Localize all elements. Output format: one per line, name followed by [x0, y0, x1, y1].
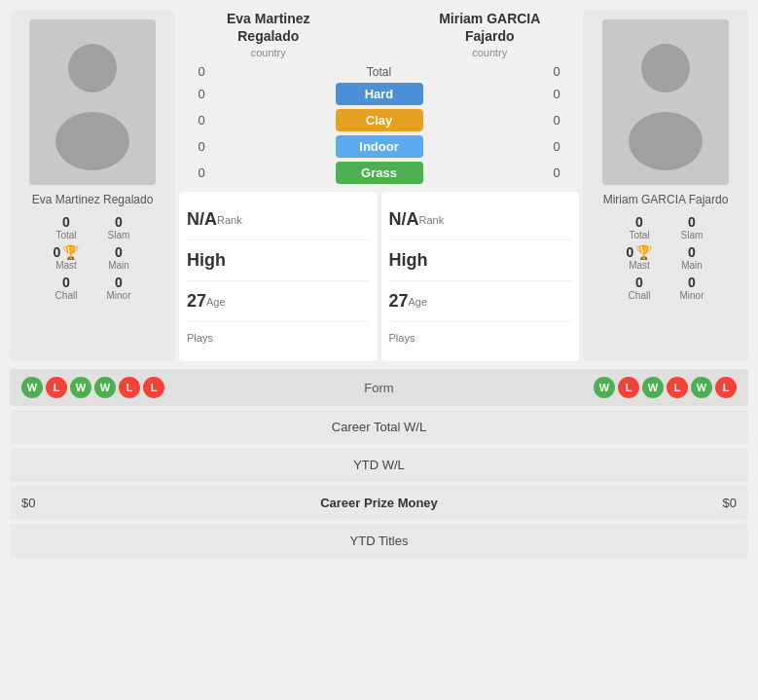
total-score-row: 0 Total 0 — [187, 64, 571, 79]
total-score-left: 0 — [187, 64, 216, 79]
left-rank-value: N/A — [187, 209, 217, 230]
right-player-name: Miriam GARCIA Fajardo — [593, 193, 739, 208]
bottom-rows-section: WLWWLL Form WLWLWL Career Total W/L YTD … — [10, 369, 748, 558]
grass-btn-center: Grass — [216, 162, 542, 184]
career-prize-label: Career Prize Money — [148, 496, 610, 510]
left-player-avatar — [29, 19, 156, 185]
right-main-label: Main — [668, 260, 716, 271]
form-badge-w: W — [642, 377, 664, 398]
right-slam-label: Slam — [668, 230, 716, 240]
clay-score-left: 0 — [187, 113, 216, 128]
right-country: country — [409, 47, 572, 58]
indoor-score-right: 0 — [542, 139, 571, 154]
right-total-value: 0 — [615, 214, 664, 230]
left-mast-value: 0 🏆 — [42, 244, 90, 260]
form-badge-l: L — [143, 377, 164, 398]
right-high-value: High — [389, 250, 428, 271]
clay-score-right: 0 — [542, 113, 571, 128]
right-plays-label: Plays — [389, 332, 415, 344]
form-badge-l: L — [667, 377, 688, 398]
form-badge-l: L — [46, 377, 67, 398]
indoor-score-row: 0 Indoor 0 — [187, 135, 571, 158]
career-total-wl-row: Career Total W/L — [10, 410, 748, 444]
left-player-name: Eva Martinez Regalado — [19, 193, 165, 208]
right-chall-value: 0 — [615, 275, 664, 290]
right-slam-value: 0 — [668, 214, 716, 230]
hard-score-right: 0 — [542, 87, 571, 101]
right-age-value: 27 — [389, 291, 409, 312]
right-rank-label: Rank — [419, 214, 445, 226]
left-mast-label: Mast — [42, 260, 90, 271]
right-age-label: Age — [409, 296, 428, 308]
left-main-label: Main — [94, 260, 143, 271]
grass-surface-btn[interactable]: Grass — [336, 162, 423, 184]
right-minor-stat: 0 Minor — [668, 275, 716, 301]
left-total-value: 0 — [42, 214, 90, 230]
left-player-card: Eva Martinez Regalado 0 Total 0 Slam 0 🏆… — [10, 10, 175, 361]
ytd-wl-row: YTD W/L — [10, 448, 748, 482]
form-badge-w: W — [691, 377, 712, 398]
left-plays-label: Plays — [187, 332, 213, 344]
left-total-label: Total — [42, 230, 90, 240]
left-form-badges: WLWWLL — [21, 377, 341, 398]
indoor-score-left: 0 — [187, 139, 216, 154]
left-mast-stat: 0 🏆 Mast — [42, 244, 90, 271]
center-section: Eva Martinez Regalado country Miriam GAR… — [175, 10, 583, 361]
left-header-name: Eva Martinez Regalado — [187, 10, 350, 45]
svg-point-1 — [55, 112, 129, 170]
left-plays-row: Plays — [187, 322, 370, 353]
left-trophy-icon: 🏆 — [62, 244, 79, 260]
right-player-card: Miriam GARCIA Fajardo 0 Total 0 Slam 0 🏆… — [583, 10, 748, 361]
left-rank-label: Rank — [217, 214, 242, 226]
indoor-btn-center: Indoor — [216, 135, 542, 158]
right-form-badges: WLWLWL — [418, 377, 738, 398]
right-stats-panel: N/A Rank High 27 Age Plays — [381, 192, 580, 361]
hard-surface-btn[interactable]: Hard — [336, 83, 423, 105]
form-badge-w: W — [594, 377, 615, 398]
left-high-value: High — [187, 250, 226, 271]
right-mast-value: 0 🏆 — [615, 244, 664, 260]
right-mast-stat: 0 🏆 Mast — [615, 244, 664, 271]
right-trophy-icon: 🏆 — [635, 244, 652, 260]
right-chall-label: Chall — [615, 290, 664, 301]
left-main-stat: 0 Main — [94, 244, 143, 271]
right-main-value: 0 — [668, 244, 716, 260]
indoor-surface-btn[interactable]: Indoor — [336, 135, 423, 158]
hard-score-left: 0 — [187, 87, 216, 101]
form-badge-w: W — [94, 377, 116, 398]
player-names-header: Eva Martinez Regalado country Miriam GAR… — [179, 10, 579, 58]
right-chall-stat: 0 Chall — [615, 275, 664, 301]
left-slam-value: 0 — [94, 214, 143, 230]
left-chall-label: Chall — [42, 290, 90, 301]
right-minor-label: Minor — [668, 290, 716, 301]
right-header-name: Miriam GARCIA Fajardo — [409, 10, 572, 45]
left-player-header: Eva Martinez Regalado country — [187, 10, 350, 58]
right-player-avatar — [602, 19, 729, 185]
career-total-wl-label: Career Total W/L — [332, 420, 426, 434]
left-rank-row: N/A Rank — [187, 200, 370, 240]
left-minor-value: 0 — [94, 275, 143, 290]
left-age-row: 27 Age — [187, 281, 370, 322]
left-minor-stat: 0 Minor — [94, 275, 143, 301]
right-main-stat: 0 Main — [668, 244, 716, 271]
right-rank-row: N/A Rank — [389, 200, 572, 240]
grass-score-right: 0 — [542, 166, 571, 180]
right-slam-stat: 0 Slam — [668, 214, 716, 240]
total-label-center: Total — [216, 64, 542, 79]
right-high-row: High — [389, 240, 572, 281]
right-mast-label: Mast — [615, 260, 664, 271]
form-badge-l: L — [715, 377, 737, 398]
form-badge-l: L — [618, 377, 639, 398]
left-prize-value: $0 — [21, 496, 148, 510]
right-prize-value: $0 — [610, 496, 737, 510]
left-chall-stat: 0 Chall — [42, 275, 90, 301]
left-country: country — [187, 47, 350, 58]
left-high-row: High — [187, 240, 370, 281]
clay-surface-btn[interactable]: Clay — [336, 109, 423, 131]
left-total-stat: 0 Total — [42, 214, 90, 240]
svg-point-2 — [641, 44, 690, 92]
left-slam-label: Slam — [94, 230, 143, 240]
ytd-titles-label: YTD Titles — [350, 534, 409, 548]
left-stats-panel: N/A Rank High 27 Age Plays — [179, 192, 378, 361]
ytd-titles-row: YTD Titles — [10, 524, 748, 558]
